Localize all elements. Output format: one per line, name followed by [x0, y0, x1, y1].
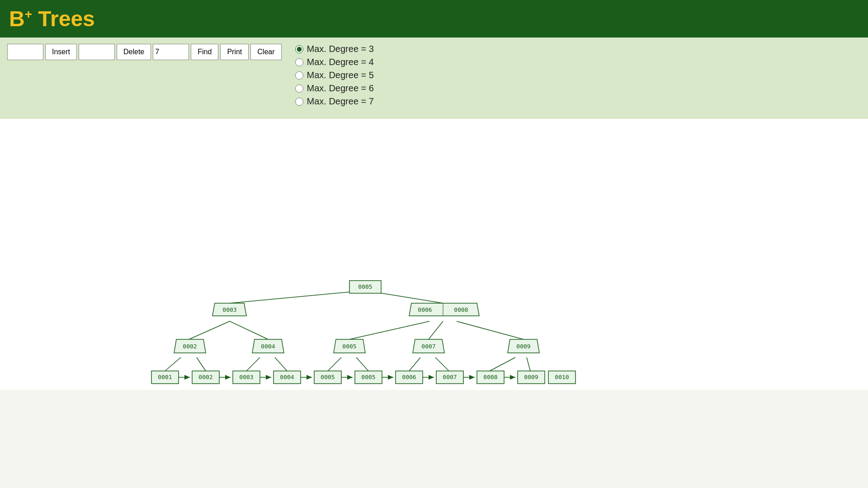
leaf-node-0010: 0010	[548, 371, 576, 384]
clear-button[interactable]: Clear	[250, 44, 281, 60]
degree-6-radio[interactable]	[295, 84, 303, 93]
insert-input[interactable]	[7, 44, 43, 60]
internal-node-0002: 0002	[174, 339, 206, 353]
svg-line-15	[435, 357, 449, 371]
leaf-node-0009: 0009	[518, 371, 545, 384]
svg-line-3	[189, 321, 230, 339]
svg-line-4	[230, 321, 268, 339]
svg-text:0007: 0007	[421, 343, 435, 350]
svg-text:0002: 0002	[183, 343, 197, 350]
tree-canvas: 0005 0003 0006 0008 0002 0004 0005	[0, 119, 868, 390]
degree-3-radio[interactable]	[295, 45, 303, 53]
svg-text:0009: 0009	[524, 374, 538, 380]
svg-line-10	[246, 357, 260, 371]
degree-7-option[interactable]: Max. Degree = 7	[295, 96, 374, 107]
insert-button[interactable]: Insert	[45, 44, 77, 60]
svg-line-1	[230, 291, 365, 303]
svg-text:0005: 0005	[361, 374, 375, 380]
svg-line-9	[197, 357, 206, 371]
svg-text:0003: 0003	[239, 374, 253, 380]
svg-line-12	[328, 357, 341, 371]
degree-options: Max. Degree = 3 Max. Degree = 4 Max. Deg…	[295, 44, 374, 107]
degree-3-label: Max. Degree = 3	[307, 44, 374, 54]
internal-node-0009: 0009	[508, 339, 539, 353]
leaf-node-0006: 0006	[396, 371, 423, 384]
tree-visualization: 0005 0003 0006 0008 0002 0004 0005	[0, 119, 868, 390]
internal-node-0006-0008: 0006 0008	[409, 303, 479, 316]
svg-text:0002: 0002	[198, 374, 212, 380]
degree-5-option[interactable]: Max. Degree = 5	[295, 70, 374, 80]
svg-text:0003: 0003	[222, 306, 236, 313]
leaf-node-0007: 0007	[436, 371, 463, 384]
leaf-node-0003: 0003	[233, 371, 260, 384]
internal-node-0005: 0005	[334, 339, 365, 353]
page-title: B+ Trees	[9, 6, 859, 31]
degree-7-label: Max. Degree = 7	[307, 96, 374, 107]
svg-text:0009: 0009	[516, 343, 530, 350]
svg-line-5	[349, 321, 429, 339]
leaf-node-0005b: 0005	[355, 371, 382, 384]
svg-line-13	[356, 357, 368, 371]
svg-line-16	[490, 357, 515, 371]
leaf-node-0004: 0004	[274, 371, 301, 384]
header: B+ Trees	[0, 0, 868, 38]
svg-text:0005: 0005	[342, 343, 356, 350]
svg-text:0008: 0008	[454, 306, 468, 313]
svg-line-7	[457, 321, 524, 339]
degree-6-label: Max. Degree = 6	[307, 83, 374, 94]
degree-7-radio[interactable]	[295, 98, 303, 106]
svg-text:0004: 0004	[280, 374, 294, 380]
internal-node-0004: 0004	[252, 339, 284, 353]
find-button[interactable]: Find	[191, 44, 218, 60]
degree-5-radio[interactable]	[295, 71, 303, 80]
degree-4-option[interactable]: Max. Degree = 4	[295, 57, 374, 67]
find-input[interactable]	[153, 44, 189, 60]
degree-6-option[interactable]: Max. Degree = 6	[295, 83, 374, 94]
svg-text:0004: 0004	[261, 343, 275, 350]
degree-3-option[interactable]: Max. Degree = 3	[295, 44, 374, 54]
toolbar-controls: Insert Delete Find Print Clear	[7, 44, 282, 60]
internal-node-0003: 0003	[212, 303, 246, 316]
svg-text:0010: 0010	[555, 374, 569, 380]
internal-node-0007: 0007	[413, 339, 444, 353]
leaf-node-0005a: 0005	[314, 371, 341, 384]
toolbar: Insert Delete Find Print Clear Max. Degr…	[0, 38, 868, 119]
svg-text:0005: 0005	[321, 374, 335, 380]
svg-line-6	[429, 321, 443, 339]
svg-text:0006: 0006	[418, 306, 432, 313]
svg-text:0006: 0006	[402, 374, 416, 380]
leaf-node-0002: 0002	[192, 371, 219, 384]
leaf-node-0008: 0008	[477, 371, 504, 384]
degree-4-label: Max. Degree = 4	[307, 57, 374, 67]
delete-input[interactable]	[79, 44, 115, 60]
svg-text:0008: 0008	[483, 374, 497, 380]
leaf-node-0001: 0001	[151, 371, 179, 384]
svg-line-8	[165, 357, 181, 371]
root-node: 0005	[349, 281, 381, 293]
delete-button[interactable]: Delete	[117, 44, 151, 60]
svg-line-11	[275, 357, 287, 371]
svg-text:0007: 0007	[443, 374, 457, 380]
degree-5-label: Max. Degree = 5	[307, 70, 374, 80]
svg-line-14	[409, 357, 420, 371]
print-button[interactable]: Print	[220, 44, 249, 60]
svg-line-17	[527, 357, 530, 371]
svg-text:0005: 0005	[358, 283, 372, 290]
degree-4-radio[interactable]	[295, 58, 303, 66]
svg-text:0001: 0001	[158, 374, 172, 380]
